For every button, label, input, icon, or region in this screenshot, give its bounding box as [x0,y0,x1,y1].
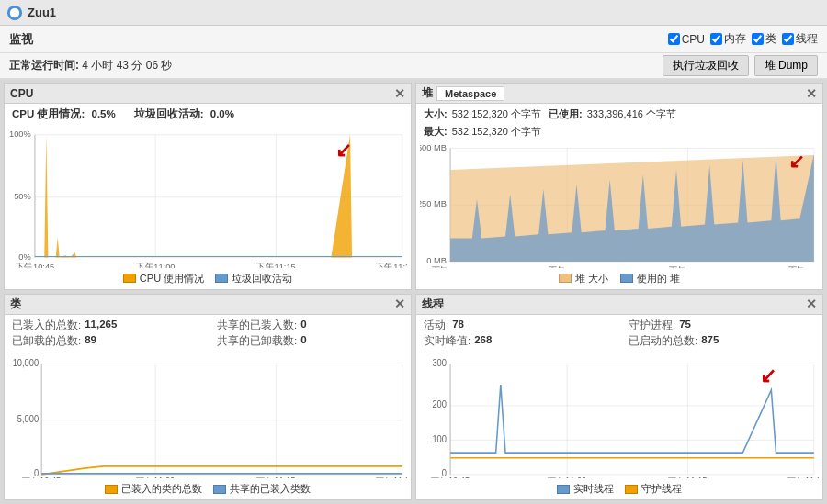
svg-text:0 MB: 0 MB [426,255,447,265]
cpu-panel-header: CPU ✕ [5,84,411,104]
svg-text:下午11:00: 下午11:00 [549,265,586,268]
svg-text:下午10:45: 下午10:45 [16,261,55,267]
class-chart-legend: 已装入的类的总数 共享的已装入类数 [5,480,411,499]
class-chart-svg: 10,000 5,000 0 下午10:45 下午11:00 下 [8,353,407,479]
svg-text:250 MB: 250 MB [420,198,447,208]
svg-text:下午10:45: 下午10:45 [431,476,470,478]
thread-legend-daemon: 守护线程 [625,482,682,496]
thread-chart-svg: 300 200 100 0 下午10:45 [420,353,819,479]
title-bar: Zuu1 [0,0,827,26]
cpu-panel-close[interactable]: ✕ [394,87,405,100]
cpu-usage-color [123,274,136,283]
thread-panel-close[interactable]: ✕ [806,297,817,310]
svg-text:下午11:15: 下午11:15 [669,265,707,268]
thread-panel-header: 线程 ✕ [416,295,822,315]
thread-panel: 线程 ✕ 活动: 78 守护进程: 75 实时峰值: 268 已启动的总数: 8… [415,294,823,501]
thread-peak: 实时峰值: 268 [424,334,610,348]
svg-text:5,000: 5,000 [17,413,40,424]
cpu-gc-label: 垃圾回收活动: 0.0% [134,107,234,121]
cpu-checkbox-text: CPU [682,33,705,46]
heap-chart-svg: 500 MB 250 MB 0 MB 下午10:45 下午11:00 [420,140,819,268]
class-checkbox-text: 类 [765,31,776,47]
heap-max-stat: 最大: 532,152,320 个字节 [416,125,822,139]
svg-text:10,000: 10,000 [13,357,40,368]
thread-legend-live: 实时线程 [557,482,614,496]
thread-daemon-color [625,485,638,494]
gc-button[interactable]: 执行垃圾回收 [663,55,749,76]
uptime-display: 正常运行时间: 4 小时 43 分 06 秒 [9,58,172,73]
class-chart-area: 10,000 5,000 0 下午10:45 下午11:00 下 [5,352,411,481]
thread-checkbox[interactable] [782,33,794,45]
main-content: CPU ✕ CPU 使用情况: 0.5% 垃圾回收活动: 0.0% 100% 5… [0,79,827,504]
class-shared-color [213,485,226,494]
class-panel: 类 ✕ 已装入的总数: 11,265 共享的已装入数: 0 已卸载的总数: 89… [4,294,412,501]
heap-panel-header: 堆 Metaspace ✕ [416,84,822,104]
class-checkbox[interactable] [752,33,764,45]
class-legend-loaded: 已装入的类的总数 [105,482,202,496]
cpu-gc-color [215,274,228,283]
class-panel-header: 类 ✕ [5,295,411,315]
svg-text:下午10:45: 下午10:45 [432,265,470,268]
toolbar-checkboxes: CPU 内存 类 线程 [668,31,818,47]
uptime-label: 正常运行时间: [9,59,79,72]
svg-text:下午11:00: 下午11:00 [136,261,176,267]
thread-panel-stats: 活动: 78 守护进程: 75 实时峰值: 268 已启动的总数: 875 [416,315,822,352]
svg-text:↙: ↙ [336,139,352,162]
cpu-checkbox[interactable] [668,33,680,45]
monitor-label: 监视 [9,31,33,48]
heap-metaspace-tab[interactable]: Metaspace [436,86,504,101]
action-buttons: 执行垃圾回收 堆 Dump [663,55,818,76]
thread-panel-title: 线程 [422,297,444,312]
thread-chart-legend: 实时线程 守护线程 [416,480,822,499]
svg-text:下午11:3: 下午11:3 [788,265,819,268]
cpu-checkbox-label[interactable]: CPU [668,33,705,46]
heap-panel-stats: 大小: 532,152,320 个字节 已使用: 333,396,416 个字节 [416,104,822,125]
cpu-panel-title: CPU [10,87,33,100]
svg-text:下午11:15: 下午11:15 [256,476,296,478]
heap-panel-title: 堆 [422,85,433,101]
heap-used-color [620,274,633,283]
mem-checkbox-text: 内存 [724,31,746,47]
app-icon [7,6,22,20]
svg-point-0 [9,6,21,18]
thread-active: 活动: 78 [424,319,610,332]
class-panel-title: 类 [10,297,21,312]
svg-text:50%: 50% [14,191,31,201]
thread-checkbox-label[interactable]: 线程 [782,31,818,47]
thread-daemon: 守护进程: 75 [629,319,815,332]
heap-chart-area: 500 MB 250 MB 0 MB 下午10:45 下午11:00 [416,139,822,270]
class-panel-stats: 已装入的总数: 11,265 共享的已装入数: 0 已卸载的总数: 89 共享的… [5,315,411,352]
svg-text:下午11:15: 下午11:15 [668,476,708,478]
heap-size-color [559,274,572,283]
thread-chart-area: 300 200 100 0 下午10:45 [416,352,822,481]
heap-chart-legend: 堆 大小 使用的 堆 [416,270,822,289]
thread-checkbox-text: 线程 [796,31,818,47]
svg-text:下午11:00: 下午11:00 [136,476,176,478]
class-loaded-total: 已装入的总数: 11,265 [12,319,198,332]
class-panel-close[interactable]: ✕ [394,297,405,310]
heap-dump-button[interactable]: 堆 Dump [754,55,818,76]
heap-panel: 堆 Metaspace ✕ 大小: 532,152,320 个字节 已使用: 3… [415,83,823,290]
cpu-chart-svg: 100% 50% 0% 下午10:45 下午11:00 [8,127,407,268]
thread-live-color [557,485,570,494]
cpu-panel: CPU ✕ CPU 使用情况: 0.5% 垃圾回收活动: 0.0% 100% 5… [4,83,412,290]
svg-text:下午11:3: 下午11:3 [376,476,407,478]
class-legend-shared: 共享的已装入类数 [213,482,311,496]
mem-checkbox-label[interactable]: 内存 [710,31,746,47]
svg-text:↙: ↙ [760,363,776,386]
cpu-legend-usage: CPU 使用情况 [123,272,204,286]
heap-panel-close[interactable]: ✕ [806,87,817,100]
mem-checkbox[interactable] [710,33,722,45]
class-loaded-color [105,485,118,494]
svg-text:下午11:00: 下午11:00 [548,476,587,478]
class-checkbox-label[interactable]: 类 [752,31,776,47]
toolbar: 监视 CPU 内存 类 线程 [0,26,827,53]
heap-used: 已使用: 333,396,416 个字节 [549,107,676,121]
app-title: Zuu1 [28,6,56,19]
cpu-panel-stats: CPU 使用情况: 0.5% 垃圾回收活动: 0.0% [5,104,411,125]
cpu-chart-area: 100% 50% 0% 下午10:45 下午11:00 [5,125,411,270]
svg-text:下午10:45: 下午10:45 [22,476,62,478]
heap-size: 大小: 532,152,320 个字节 [424,107,541,121]
svg-text:下午11:15: 下午11:15 [256,261,296,267]
svg-text:100%: 100% [9,129,31,139]
